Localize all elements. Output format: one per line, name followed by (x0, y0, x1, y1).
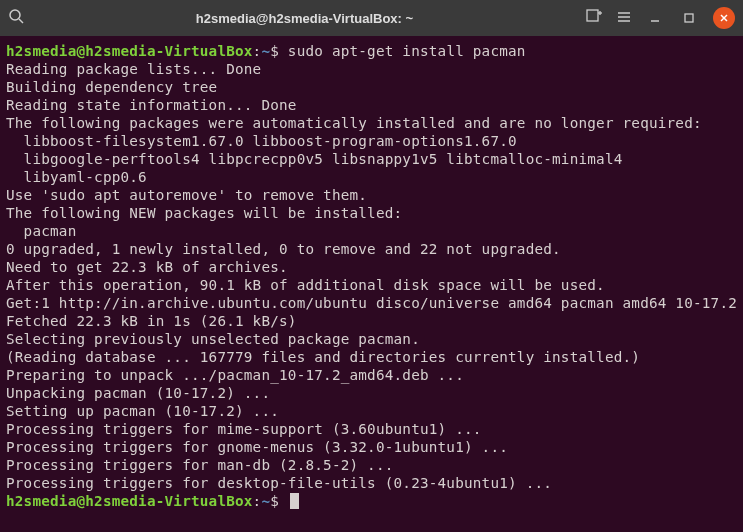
output-line: Processing triggers for mime-support (3.… (6, 421, 482, 437)
output-line: After this operation, 90.1 kB of additio… (6, 277, 605, 293)
search-icon[interactable] (8, 8, 24, 28)
output-line: Reading package lists... Done (6, 61, 261, 77)
svg-point-0 (10, 10, 20, 20)
svg-rect-2 (587, 10, 598, 21)
output-line: 0 upgraded, 1 newly installed, 0 to remo… (6, 241, 561, 257)
output-line: Reading state information... Done (6, 97, 297, 113)
hamburger-menu-icon[interactable] (617, 9, 631, 28)
output-line: (Reading database ... 167779 files and d… (6, 349, 640, 365)
terminal-body[interactable]: h2smedia@h2smedia-VirtualBox:~$ sudo apt… (0, 36, 743, 516)
prompt-user-host: h2smedia@h2smedia-VirtualBox (6, 43, 253, 59)
output-line: Use 'sudo apt autoremove' to remove them… (6, 187, 367, 203)
output-line: Processing triggers for gnome-menus (3.3… (6, 439, 508, 455)
titlebar: h2smedia@h2smedia-VirtualBox: ~ (0, 0, 743, 36)
output-line: Get:1 http://in.archive.ubuntu.com/ubunt… (6, 295, 743, 311)
output-line: libyaml-cpp0.6 (6, 169, 147, 185)
prompt-dollar: $ (270, 493, 279, 509)
window-title: h2smedia@h2smedia-VirtualBox: ~ (32, 11, 577, 26)
svg-line-1 (19, 19, 23, 23)
output-line: libboost-filesystem1.67.0 libboost-progr… (6, 133, 517, 149)
close-button[interactable] (713, 7, 735, 29)
output-line: libgoogle-perftools4 libpcrecpp0v5 libsn… (6, 151, 623, 167)
output-line: Setting up pacman (10-17.2) ... (6, 403, 279, 419)
output-line: Unpacking pacman (10-17.2) ... (6, 385, 270, 401)
output-line: Need to get 22.3 kB of archives. (6, 259, 288, 275)
maximize-button[interactable] (679, 8, 699, 28)
output-line: Fetched 22.3 kB in 1s (26.1 kB/s) (6, 313, 297, 329)
prompt-path: ~ (261, 493, 270, 509)
output-line: Preparing to unpack .../pacman_10-17.2_a… (6, 367, 464, 383)
output-line: Building dependency tree (6, 79, 217, 95)
new-tab-icon[interactable] (585, 7, 603, 29)
output-line: The following NEW packages will be insta… (6, 205, 402, 221)
titlebar-left (8, 8, 24, 28)
prompt-user-host: h2smedia@h2smedia-VirtualBox (6, 493, 253, 509)
output-line: Processing triggers for man-db (2.8.5-2)… (6, 457, 394, 473)
output-line: The following packages were automaticall… (6, 115, 702, 131)
command-text: sudo apt-get install pacman (279, 43, 526, 59)
minimize-button[interactable] (645, 8, 665, 28)
svg-rect-9 (685, 14, 693, 22)
titlebar-right (585, 7, 735, 29)
prompt-path: ~ (261, 43, 270, 59)
prompt-dollar: $ (270, 43, 279, 59)
cursor (290, 493, 299, 509)
output-line: pacman (6, 223, 76, 239)
output-line: Processing triggers for desktop-file-uti… (6, 475, 552, 491)
output-line: Selecting previously unselected package … (6, 331, 420, 347)
